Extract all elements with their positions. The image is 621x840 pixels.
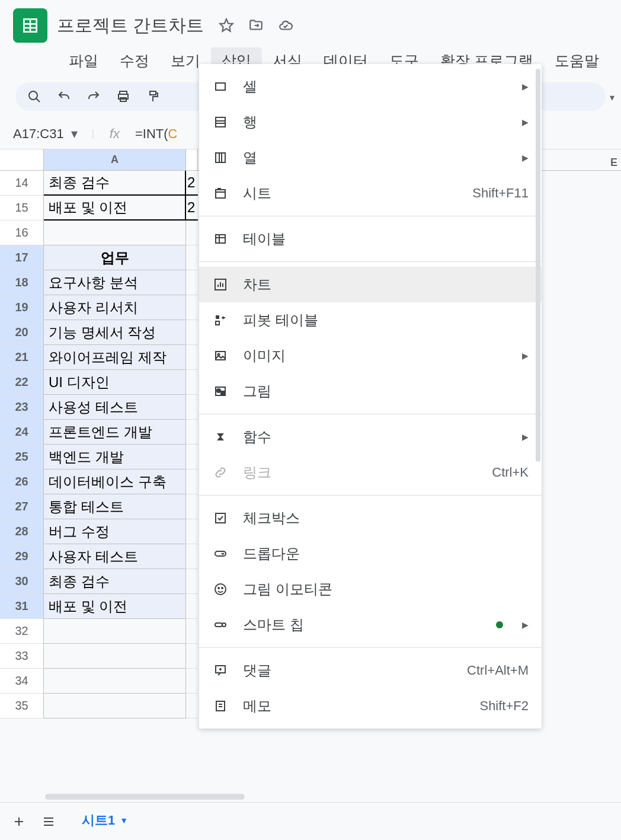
cell[interactable] [186, 569, 198, 594]
menu-item[interactable]: 테이블 [199, 221, 542, 257]
cell[interactable] [186, 395, 198, 420]
cell[interactable]: 배포 및 이전 [44, 594, 186, 619]
cell[interactable]: 버그 수정 [44, 519, 186, 544]
print-icon[interactable] [115, 88, 132, 105]
menu-item[interactable]: 드롭다운 [199, 536, 542, 571]
cell[interactable] [44, 644, 186, 669]
menu-scrollbar[interactable] [534, 69, 542, 724]
sidebar-toggle-icon[interactable]: ▾ [603, 83, 621, 111]
cell[interactable] [186, 270, 198, 295]
row-number[interactable]: 19 [0, 295, 44, 320]
cell[interactable]: 배포 및 이전 [44, 196, 186, 221]
row-number[interactable]: 22 [0, 370, 44, 395]
cell[interactable] [186, 694, 198, 718]
sheet-tab[interactable]: 시트1 ▼ [70, 804, 140, 838]
cell[interactable]: 사용자 리서치 [44, 295, 186, 320]
row-number[interactable]: 16 [0, 221, 44, 245]
cell[interactable] [186, 619, 198, 644]
cell[interactable]: 사용성 테스트 [44, 395, 186, 420]
row-number[interactable]: 25 [0, 445, 44, 469]
menu-item[interactable]: 메모Shift+F2 [199, 688, 542, 724]
cell[interactable]: 최종 검수 [44, 171, 186, 196]
row-number[interactable]: 30 [0, 569, 44, 594]
formula-input[interactable]: =INT(C [135, 126, 178, 142]
menu-scrollbar-thumb[interactable] [536, 69, 540, 462]
cell[interactable]: 사용자 테스트 [44, 544, 186, 569]
row-number[interactable]: 21 [0, 345, 44, 370]
row-number[interactable]: 26 [0, 469, 44, 494]
cell[interactable] [186, 469, 198, 494]
cell[interactable] [186, 420, 198, 445]
chevron-down-icon[interactable]: ▾ [71, 126, 78, 142]
row-number[interactable]: 31 [0, 594, 44, 619]
cell[interactable] [44, 694, 186, 718]
move-folder-icon[interactable] [248, 17, 264, 34]
cell[interactable] [186, 669, 198, 694]
cell[interactable] [186, 594, 198, 619]
cell[interactable]: 백엔드 개발 [44, 445, 186, 469]
cloud-saved-icon[interactable] [277, 17, 294, 34]
menubar-item[interactable]: 수정 [109, 47, 160, 74]
cell[interactable] [44, 669, 186, 694]
cell[interactable] [186, 519, 198, 544]
cell[interactable]: 요구사항 분석 [44, 270, 186, 295]
horizontal-scrollbar[interactable] [45, 793, 615, 801]
sheets-logo[interactable] [13, 8, 47, 43]
menu-item[interactable]: 시트Shift+F11 [199, 175, 542, 211]
star-icon[interactable] [218, 17, 235, 34]
row-number[interactable]: 17 [0, 245, 44, 270]
horizontal-scrollbar-thumb[interactable] [45, 794, 245, 800]
chevron-down-icon[interactable]: ▼ [120, 816, 128, 825]
document-title[interactable]: 프로젝트 간트차트 [57, 14, 204, 38]
cell[interactable] [186, 245, 198, 270]
row-number[interactable]: 34 [0, 669, 44, 694]
cell[interactable]: 와이어프레임 제작 [44, 345, 186, 370]
menu-item[interactable]: 피봇 테이블 [199, 302, 542, 338]
cell[interactable] [44, 221, 186, 245]
menu-item[interactable]: 체크박스 [199, 500, 542, 536]
paint-format-icon[interactable] [145, 88, 161, 105]
row-number[interactable]: 35 [0, 694, 44, 718]
cell[interactable] [186, 544, 198, 569]
undo-icon[interactable] [56, 88, 72, 105]
menu-item[interactable]: 댓글Ctrl+Alt+M [199, 653, 542, 688]
row-number[interactable]: 24 [0, 420, 44, 445]
cell[interactable] [186, 345, 198, 370]
row-number[interactable]: 23 [0, 395, 44, 420]
cell[interactable] [186, 494, 198, 519]
cell[interactable] [186, 644, 198, 669]
cell[interactable]: 업무 [44, 245, 186, 270]
add-sheet-icon[interactable] [11, 813, 27, 830]
cell[interactable] [186, 320, 198, 345]
menu-item[interactable]: 스마트 칩▶ [199, 607, 542, 643]
menu-item[interactable]: 행▶ [199, 104, 542, 140]
redo-icon[interactable] [85, 88, 102, 105]
menu-item[interactable]: 열▶ [199, 140, 542, 175]
all-sheets-icon[interactable] [40, 813, 57, 830]
menu-item[interactable]: 그림 이모티콘 [199, 571, 542, 607]
menubar-item[interactable]: 파일 [58, 47, 109, 74]
row-number[interactable]: 27 [0, 494, 44, 519]
row-number[interactable]: 29 [0, 544, 44, 569]
column-header-next[interactable] [186, 149, 198, 170]
cell[interactable] [186, 221, 198, 245]
menu-item[interactable]: 셀▶ [199, 69, 542, 104]
cell[interactable]: 최종 검수 [44, 569, 186, 594]
row-number[interactable]: 18 [0, 270, 44, 295]
cell[interactable] [44, 619, 186, 644]
cell[interactable]: UI 디자인 [44, 370, 186, 395]
row-number[interactable]: 15 [0, 196, 44, 221]
cell[interactable]: 데이터베이스 구축 [44, 469, 186, 494]
menubar-item[interactable]: 도움말 [544, 47, 610, 74]
cell[interactable]: 기능 명세서 작성 [44, 320, 186, 345]
row-number[interactable]: 20 [0, 320, 44, 345]
cell[interactable]: 프론트엔드 개발 [44, 420, 186, 445]
row-number[interactable]: 33 [0, 644, 44, 669]
cell[interactable] [186, 445, 198, 469]
menu-item[interactable]: 차트 [199, 267, 542, 302]
menu-item[interactable]: 함수▶ [199, 419, 542, 455]
column-header-E[interactable]: E [610, 156, 617, 169]
cell[interactable]: 통합 테스트 [44, 494, 186, 519]
select-all-corner[interactable] [0, 149, 44, 170]
name-box[interactable]: A17:C31 ▾ [8, 124, 82, 144]
